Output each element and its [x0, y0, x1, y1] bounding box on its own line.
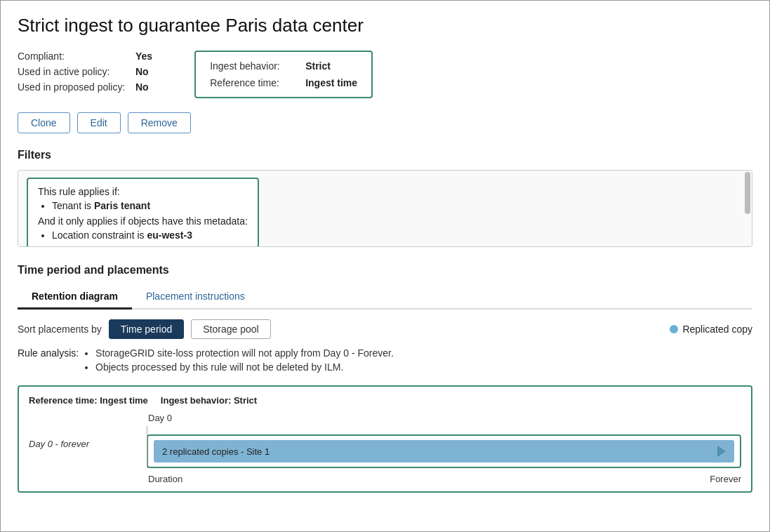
timeline-line: [147, 426, 147, 468]
tenant-value: Paris tenant: [94, 200, 150, 211]
compliant-value: Yes: [135, 51, 152, 62]
used-proposed-row: Used in proposed policy: No: [18, 81, 152, 93]
metadata-text: And it only applies if objects have this…: [38, 215, 248, 227]
reference-time-value: Ingest time: [305, 77, 357, 88]
meta-section: Compliant: Yes Used in active policy: No…: [18, 51, 752, 98]
location-value: eu-west-3: [147, 230, 192, 241]
used-active-label: Used in active policy:: [18, 66, 130, 77]
filters-title: Filters: [18, 149, 752, 161]
ingest-behavior-value: Strict: [305, 60, 331, 72]
placement-bar: 2 replicated copies - Site 1: [154, 440, 734, 463]
row-label: Day 0 - forever: [29, 426, 141, 468]
ingest-behavior-row: Ingest behavior: Strict: [210, 60, 357, 72]
rule-analysis: Rule analysis: StorageGRID site-loss pro…: [18, 347, 752, 375]
tab-retention[interactable]: Retention diagram: [18, 285, 132, 310]
sort-left: Sort placements by Time period Storage p…: [18, 319, 271, 339]
used-proposed-value: No: [135, 81, 149, 93]
compliant-row: Compliant: Yes: [18, 51, 152, 62]
rule-analysis-item-2: Objects processed by this rule will not …: [95, 361, 394, 373]
used-active-row: Used in active policy: No: [18, 66, 152, 77]
filters-box-wrapper: This rule applies if: Tenant is Paris te…: [18, 170, 752, 247]
used-active-value: No: [135, 66, 149, 77]
duration-left-label: Duration: [148, 474, 182, 484]
rule-applies-text: This rule applies if:: [38, 186, 248, 197]
duration-right-label: Forever: [710, 474, 741, 484]
time-period-title: Time period and placements: [18, 264, 752, 277]
filters-section: Filters This rule applies if: Tenant is …: [18, 149, 752, 247]
location-filter: Location constraint is eu-west-3: [52, 230, 248, 241]
edit-button[interactable]: Edit: [77, 112, 121, 133]
clone-button[interactable]: Clone: [18, 112, 70, 133]
sort-storage-pool-button[interactable]: Storage pool: [191, 319, 270, 339]
diagram-ref-value: Ingest time: [100, 395, 148, 406]
ingest-behavior-label: Ingest behavior:: [210, 60, 294, 72]
page-title: Strict ingest to guarantee Paris data ce…: [18, 15, 752, 36]
remove-button[interactable]: Remove: [128, 112, 191, 133]
placement-bar-container: 2 replicated copies - Site 1: [147, 434, 741, 468]
placement-bar-text: 2 replicated copies - Site 1: [162, 446, 270, 457]
location-prefix: Location constraint is: [52, 230, 147, 241]
legend-item: Replicated copy: [670, 324, 752, 335]
diagram-ref-label: Reference time:: [29, 395, 98, 406]
bar-arrow-icon: [717, 446, 726, 457]
diagram-header: Reference time: Ingest time Ingest behav…: [29, 395, 741, 406]
page-container: Strict ingest to guarantee Paris data ce…: [0, 0, 770, 532]
diagram-body: Day 0 - forever 2 replicated copies - Si…: [29, 426, 741, 468]
day-label: Day 0: [148, 413, 172, 423]
compliant-label: Compliant:: [18, 51, 130, 62]
filter-inner-box: This rule applies if: Tenant is Paris te…: [27, 178, 259, 247]
diagram-ingest-value: Strict: [234, 395, 257, 406]
reference-time-label: Reference time:: [210, 77, 294, 88]
used-proposed-label: Used in proposed policy:: [18, 81, 130, 93]
diagram-timeline: 2 replicated copies - Site 1: [141, 426, 741, 468]
tenant-prefix: Tenant is: [52, 200, 94, 211]
legend-dot: [670, 325, 678, 333]
duration-row: Duration Forever: [29, 474, 741, 484]
ingest-box: Ingest behavior: Strict Reference time: …: [194, 51, 373, 98]
scrollbar-indicator[interactable]: [745, 172, 750, 214]
rule-analysis-item-1: StorageGRID site-loss protection will no…: [95, 347, 394, 359]
meta-left: Compliant: Yes Used in active policy: No…: [18, 51, 152, 98]
reference-time-row: Reference time: Ingest time: [210, 77, 357, 88]
sort-label: Sort placements by: [18, 324, 102, 335]
diagram-ingest-label: Ingest behavior:: [161, 395, 231, 406]
legend-label: Replicated copy: [682, 324, 752, 335]
button-row: Clone Edit Remove: [18, 112, 752, 133]
tenant-filter: Tenant is Paris tenant: [52, 200, 248, 211]
time-period-section: Time period and placements Retention dia…: [18, 264, 752, 493]
day-label-row: Day 0: [148, 413, 741, 423]
rule-analysis-label: Rule analysis:: [18, 347, 79, 359]
diagram-outer: Reference time: Ingest time Ingest behav…: [18, 385, 752, 493]
tabs-row: Retention diagram Placement instructions: [18, 285, 752, 310]
sort-time-period-button[interactable]: Time period: [109, 319, 184, 339]
tab-placement[interactable]: Placement instructions: [132, 285, 259, 310]
sort-row: Sort placements by Time period Storage p…: [18, 319, 752, 339]
